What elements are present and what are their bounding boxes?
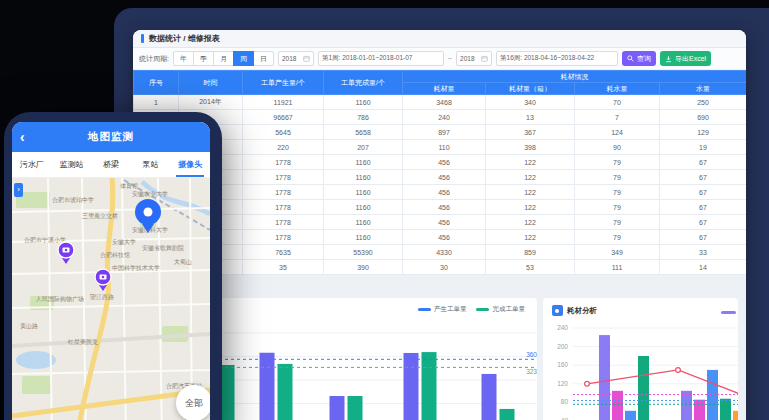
category-tabs: 污水厂监测站桥梁泵站摄像头 xyxy=(12,152,210,178)
page-title: 地图监测 xyxy=(88,130,134,144)
map-label: 大蜀山 xyxy=(174,258,192,265)
table-cell: 67 xyxy=(660,185,747,200)
title-accent-bar xyxy=(141,34,144,43)
start-year-select[interactable]: 2018 xyxy=(278,51,314,66)
table-cell: 79 xyxy=(575,230,660,245)
col-header: 序号 xyxy=(134,71,179,95)
consumable-chart-card: 耗材分析 2402001601208040 xyxy=(543,298,738,420)
table-cell: 786 xyxy=(324,110,403,125)
table-cell: 1 xyxy=(134,95,179,110)
total-cell: 55390 xyxy=(324,245,403,260)
table-row: 9177811604561227967 xyxy=(134,215,747,230)
table-cell: 122 xyxy=(486,185,575,200)
show-all-button[interactable]: 全部 xyxy=(176,385,210,420)
breadcrumb: 数据统计 / 维修报表 xyxy=(149,33,220,44)
breadcrumb-row: 数据统计 / 维修报表 xyxy=(133,30,746,48)
period-segment: 年季月周日 xyxy=(173,51,274,66)
report-table: 序号 时间 工单产生量/个 工单完成量/个 耗材情况 耗材量 耗材量（箱） 耗水… xyxy=(133,70,746,275)
period-option-月[interactable]: 月 xyxy=(213,51,234,66)
report-table-header: 序号 时间 工单产生量/个 工单完成量/个 耗材情况 耗材量 耗材量（箱） 耗水… xyxy=(134,71,747,95)
col-header: 工单完成量/个 xyxy=(324,71,403,95)
table-cell: 340 xyxy=(486,95,575,110)
svg-text:240: 240 xyxy=(557,324,568,331)
col-header: 时间 xyxy=(179,71,243,95)
average-cell: 111 xyxy=(575,260,660,275)
end-week-input[interactable]: 第16周: 2018-04-16~2018-04-22 xyxy=(496,51,618,66)
table-row: 296667786240137690 xyxy=(134,110,747,125)
legend-item[interactable]: 产生工单量 xyxy=(418,305,467,314)
table-cell: 1160 xyxy=(324,230,403,245)
col-header: 工单产生量/个 xyxy=(243,71,324,95)
average-cell: 390 xyxy=(324,260,403,275)
table-cell: 220 xyxy=(243,140,324,155)
table-row: 356455658897367124129 xyxy=(134,125,747,140)
group-col-header: 耗材情况 xyxy=(403,71,747,83)
chart-title: 耗材分析 xyxy=(567,306,597,316)
total-cell: 349 xyxy=(575,245,660,260)
table-cell: 3468 xyxy=(403,95,486,110)
table-cell: 67 xyxy=(660,215,747,230)
table-cell: 240 xyxy=(403,110,486,125)
start-week-input[interactable]: 第1周: 2018-01-01~2018-01-07 xyxy=(318,51,444,66)
report-table-body: 12014年1192111603468340702502966677862401… xyxy=(134,95,747,275)
table-cell: 2014年 xyxy=(179,95,243,110)
calendar-icon xyxy=(303,55,310,62)
range-separator: ~ xyxy=(448,55,452,62)
legend-label: 完成工单量 xyxy=(492,305,525,314)
tab-摄像头[interactable]: 摄像头 xyxy=(170,152,210,177)
table-cell: 367 xyxy=(486,125,575,140)
back-chevron-icon[interactable]: ‹ xyxy=(20,122,25,152)
table-cell: 1160 xyxy=(324,215,403,230)
average-cell: 53 xyxy=(486,260,575,275)
end-year-select[interactable]: 2018 xyxy=(456,51,492,66)
query-button[interactable]: 查询 xyxy=(622,51,656,66)
legend-item[interactable]: 完成工单量 xyxy=(476,305,525,314)
expand-handle[interactable]: › xyxy=(14,183,23,197)
total-cell: 859 xyxy=(486,245,575,260)
map-label: 体育馆 xyxy=(120,182,138,190)
export-excel-button[interactable]: 导出Excel xyxy=(660,51,711,66)
table-cell: 79 xyxy=(575,185,660,200)
table-cell: 1160 xyxy=(324,95,403,110)
table-row: 42202071103989019 xyxy=(134,140,747,155)
total-cell: 7635 xyxy=(243,245,324,260)
sub-col-header: 耗材量 xyxy=(403,83,486,95)
table-cell: 79 xyxy=(575,155,660,170)
table-cell: 19 xyxy=(660,140,747,155)
period-option-周[interactable]: 周 xyxy=(233,51,254,66)
table-cell: 79 xyxy=(575,215,660,230)
map-label: 合肥科技馆 xyxy=(100,251,130,259)
total-cell: 4330 xyxy=(403,245,486,260)
table-cell: 129 xyxy=(660,125,747,140)
search-icon xyxy=(627,55,634,62)
table-row: 12014年119211160346834070250 xyxy=(134,95,747,110)
table-cell: 11921 xyxy=(243,95,324,110)
camera-marker-pin[interactable] xyxy=(58,242,74,264)
average-row: 平均值35390305311114 xyxy=(134,260,747,275)
tab-污水厂[interactable]: 污水厂 xyxy=(12,152,52,177)
period-option-季[interactable]: 季 xyxy=(193,51,214,66)
period-option-年[interactable]: 年 xyxy=(173,51,194,66)
period-option-日[interactable]: 日 xyxy=(253,51,274,66)
phone-mockup: ‹ 地图监测 污水厂监测站桥梁泵站摄像头 › xyxy=(4,112,222,420)
map-label: 合肥市宁溪小学 xyxy=(24,236,66,244)
map-label: 安徽省歌舞剧院 xyxy=(142,244,184,252)
sub-col-header: 耗材量（箱） xyxy=(486,83,575,95)
map-view[interactable]: › xyxy=(12,178,210,420)
table-row: 8177811604561227967 xyxy=(134,200,747,215)
table-cell: 456 xyxy=(403,170,486,185)
svg-text:120: 120 xyxy=(557,380,568,387)
table-cell: 90 xyxy=(575,140,660,155)
svg-text:160: 160 xyxy=(557,361,568,368)
table-cell: 456 xyxy=(403,215,486,230)
average-cell: 30 xyxy=(403,260,486,275)
tab-监测站[interactable]: 监测站 xyxy=(52,152,92,177)
period-label: 统计周期: xyxy=(139,54,169,64)
tab-桥梁[interactable]: 桥梁 xyxy=(91,152,131,177)
svg-text:360: 360 xyxy=(526,351,537,358)
table-cell: 13 xyxy=(486,110,575,125)
tab-泵站[interactable]: 泵站 xyxy=(131,152,171,177)
table-cell: 110 xyxy=(403,140,486,155)
table-cell: 1778 xyxy=(243,230,324,245)
legend-swatch xyxy=(476,308,489,311)
